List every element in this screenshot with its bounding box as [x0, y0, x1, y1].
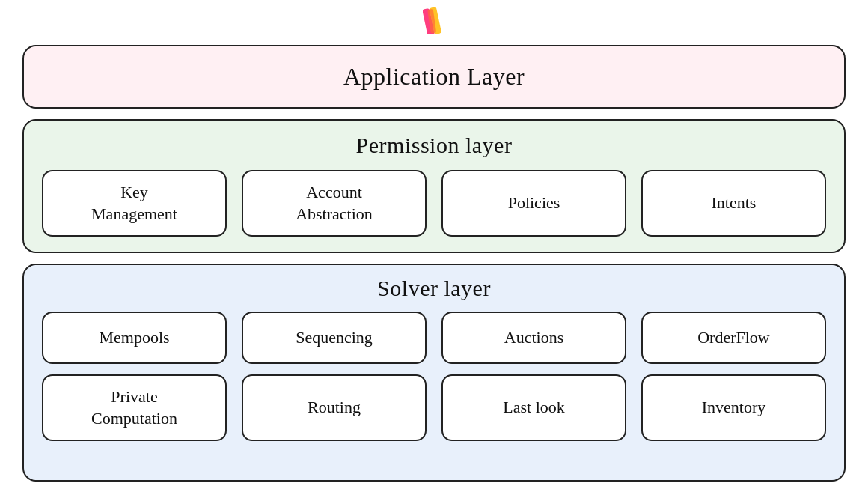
solver-item-auctions: Auctions [441, 312, 626, 364]
solver-item-mempools: Mempools [42, 312, 227, 364]
permission-items-row: KeyManagement AccountAbstraction Policie… [42, 170, 826, 237]
application-layer-title: Application Layer [343, 63, 525, 91]
page-wrapper: Application Layer Permission layer KeyMa… [0, 0, 868, 489]
solver-item-private-computation: PrivateComputation [42, 374, 227, 441]
solver-item-last-look: Last look [441, 374, 626, 441]
logo-area [423, 7, 445, 34]
brand-logo-icon [423, 7, 445, 34]
permission-item-key-management: KeyManagement [42, 170, 227, 237]
permission-item-intents: Intents [641, 170, 826, 237]
solver-row-1: Mempools Sequencing Auctions OrderFlow [42, 312, 826, 364]
solver-item-orderflow: OrderFlow [641, 312, 826, 364]
permission-item-policies: Policies [441, 170, 626, 237]
solver-layer: Solver layer Mempools Sequencing Auction… [22, 264, 846, 482]
solver-item-routing: Routing [242, 374, 427, 441]
permission-item-account-abstraction: AccountAbstraction [242, 170, 427, 237]
solver-item-sequencing: Sequencing [242, 312, 427, 364]
permission-layer: Permission layer KeyManagement AccountAb… [22, 119, 846, 253]
solver-item-inventory: Inventory [641, 374, 826, 441]
solver-layer-title: Solver layer [377, 276, 491, 301]
permission-layer-title: Permission layer [356, 133, 513, 158]
solver-row-2: PrivateComputation Routing Last look Inv… [42, 374, 826, 441]
application-layer: Application Layer [22, 45, 846, 109]
